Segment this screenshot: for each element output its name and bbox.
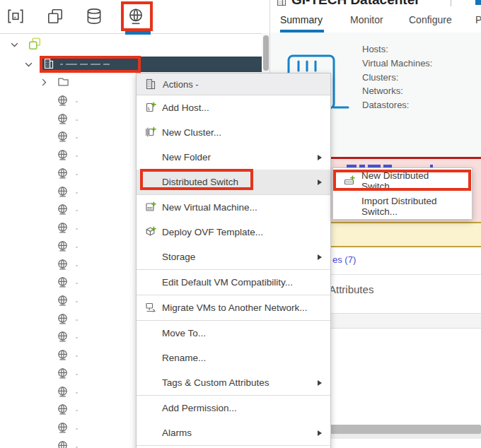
redacted-label [76, 374, 78, 375]
tree-row-network[interactable] [57, 131, 69, 143]
submenu-item-import-distributed-switch[interactable]: Import Distributed Switch... [333, 194, 472, 219]
title-separator [451, 0, 451, 6]
redacted-label [76, 119, 78, 121]
storage-icon[interactable] [85, 7, 103, 25]
menu-item-add-host[interactable]: Add Host... [137, 95, 330, 120]
menu-item-label: Add Permission... [162, 403, 237, 413]
datacenter-icon [43, 58, 54, 69]
tab-permissions[interactable]: Permissions [475, 14, 481, 25]
menu-item-label: Move To... [162, 328, 206, 338]
vms-and-templates-icon[interactable] [46, 7, 64, 25]
menu-item-move-to[interactable]: Move To... [137, 321, 330, 346]
tree-row-network[interactable] [57, 386, 69, 399]
menu-item-new-folder[interactable]: New Folder [137, 145, 330, 170]
tab-configure[interactable]: Configure [409, 14, 452, 25]
migrate-icon [145, 302, 156, 313]
menu-item-label: Deploy OVF Template... [162, 227, 263, 237]
menu-item-migrate-vms-to-another-network[interactable]: Migrate VMs to Another Network... [137, 295, 330, 320]
datacenter-icon [276, 0, 288, 7]
menu-item-label: Alarms [162, 428, 192, 438]
distributed-switch-submenu: New Distributed Switch...Import Distribu… [332, 167, 473, 220]
folder-icon[interactable] [57, 76, 70, 88]
menu-item-label: New Cluster... [162, 127, 221, 138]
redacted-label [76, 247, 78, 248]
chevron-right-icon[interactable] [40, 77, 49, 86]
summary-label: Datastores: [362, 100, 409, 110]
tab-summary[interactable]: Summary [280, 14, 323, 25]
host-add-icon [145, 102, 156, 113]
redacted-label [76, 337, 78, 338]
menu-item-deploy-ovf-template[interactable]: Deploy OVF Template... [137, 220, 330, 244]
vsphere-client-window: GI-TECH Datacenter SummaryMonitorConfigu… [0, 0, 481, 448]
redacted-label [76, 210, 78, 211]
tree-row-network[interactable] [57, 422, 69, 435]
redacted-label [76, 283, 78, 284]
menu-item-new-cluster[interactable]: New Cluster... [137, 120, 330, 145]
menu-item-label: Migrate VMs to Another Network... [162, 302, 308, 313]
redacted-label [76, 155, 78, 157]
tree-row-network[interactable] [57, 240, 69, 253]
tree-row-network[interactable] [57, 403, 69, 416]
tree-row-network[interactable] [57, 295, 69, 307]
datacenter-icon [145, 78, 156, 90]
redacted-label [76, 355, 78, 357]
menu-item-label: New Virtual Machine... [162, 202, 257, 213]
summary-label: Clusters: [362, 72, 398, 83]
submenu-arrow-icon [318, 380, 322, 386]
submenu-item-new-distributed-switch[interactable]: New Distributed Switch... [333, 168, 472, 194]
tree-row-network[interactable] [57, 259, 69, 271]
tree-row-network[interactable] [57, 276, 69, 289]
tree-row-network[interactable] [57, 440, 69, 448]
datacenter-context-menu: Actions - Add Host...New Cluster...New F… [136, 73, 331, 448]
tree-row-network[interactable] [57, 167, 69, 180]
hosts-and-clusters-icon[interactable] [6, 7, 25, 25]
redacted-label [76, 228, 78, 230]
switch-add-icon [344, 175, 355, 187]
menu-item-label: Rename... [162, 353, 206, 363]
tree-row-datacenter-selected[interactable] [40, 57, 263, 72]
context-menu-header: Actions - [137, 73, 330, 95]
tree-row-network[interactable] [57, 349, 69, 362]
menu-item-add-permission[interactable]: Add Permission... [137, 396, 330, 420]
menu-item-new-virtual-machine[interactable]: New Virtual Machine... [137, 195, 330, 220]
menu-item-edit-default-vm-compatibility[interactable]: Edit Default VM Compatibility... [137, 270, 330, 295]
tree-row-network[interactable] [57, 367, 69, 380]
ovf-add-icon [145, 226, 156, 237]
submenu-arrow-icon [318, 254, 322, 260]
tree-row-network[interactable] [57, 186, 69, 199]
page-title: GI-TECH Datacenter [291, 0, 420, 8]
summary-label: Virtual Machines: [362, 58, 432, 69]
menu-item-distributed-switch[interactable]: Distributed Switch [137, 170, 330, 194]
redacted-label [76, 319, 78, 321]
vcenter-icon[interactable] [28, 37, 41, 50]
actions-button-fragment[interactable] [475, 0, 481, 5]
tab-monitor[interactable]: Monitor [350, 14, 383, 25]
networking-icon[interactable] [127, 7, 145, 25]
menu-item-rename[interactable]: Rename... [137, 346, 330, 370]
tree-row-network[interactable] [57, 313, 69, 326]
menu-item-label: Storage [162, 252, 195, 262]
tree-row-network[interactable] [57, 95, 69, 107]
redacted-label [76, 301, 78, 302]
tab-bar: SummaryMonitorConfigurePermissions [270, 8, 481, 33]
tree-row-network[interactable] [57, 204, 69, 216]
menu-item-label: Distributed Switch [162, 177, 238, 187]
tree-row-network[interactable] [57, 222, 69, 235]
redacted-label [76, 101, 78, 102]
vm-add-icon [145, 201, 156, 213]
menu-item-alarms[interactable]: Alarms [137, 420, 330, 445]
redacted-label [76, 265, 78, 266]
redacted-label [76, 392, 78, 394]
chevron-down-icon[interactable] [24, 59, 33, 69]
menu-item-tags-custom-attributes[interactable]: Tags & Custom Attributes [137, 370, 330, 395]
tree-scrollbar-thumb[interactable] [263, 35, 269, 71]
redacted-label [76, 192, 78, 194]
context-menu-header-label: Actions - [163, 79, 199, 90]
menu-item-storage[interactable]: Storage [137, 244, 330, 269]
related-objects-link[interactable]: es (7) [332, 254, 356, 265]
submenu-arrow-icon [318, 430, 322, 436]
tree-row-network[interactable] [57, 113, 69, 126]
tree-row-network[interactable] [57, 149, 69, 162]
chevron-down-icon[interactable] [10, 40, 19, 49]
tree-row-network[interactable] [57, 331, 69, 343]
